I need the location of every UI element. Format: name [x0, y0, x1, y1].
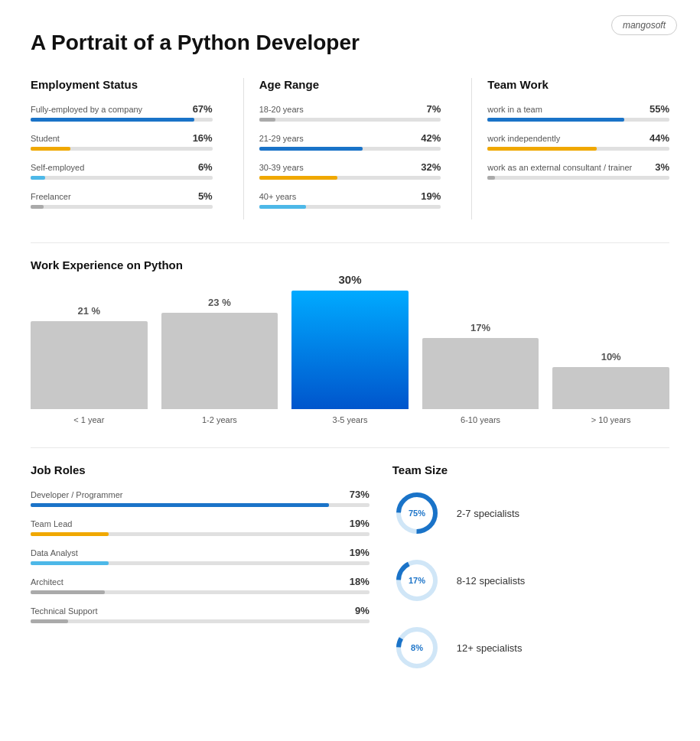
bar-track: [259, 205, 441, 209]
bar-label: 30-39 years: [259, 163, 304, 172]
bar-col-label: 6-10 years: [461, 415, 500, 424]
bar-fill: [31, 503, 329, 507]
bar-item: Student 16%: [31, 132, 213, 151]
age-range-section: Age Range 18-20 years 7% 21-29 years 42%…: [259, 78, 457, 219]
work-experience-chart: 21 %< 1 year23 %1-2 years30%3-5 years17%…: [31, 287, 669, 424]
bar-fill: [31, 532, 109, 536]
bar-col-pct: 30%: [338, 273, 361, 286]
bar-label: Technical Support: [31, 606, 97, 616]
job-roles-section: Job Roles Developer / Programmer 73% Tea…: [31, 463, 392, 691]
bar-pct: 32%: [418, 161, 441, 173]
donut-row: 75%2-7 specialists: [392, 489, 669, 538]
bar-item: Developer / Programmer 73%: [31, 489, 370, 507]
divider-1: [243, 78, 244, 219]
bar-fill: [31, 619, 68, 623]
bar-col-label: < 1 year: [73, 415, 104, 424]
bar-fill: [31, 118, 194, 122]
bar-pct: 3%: [646, 161, 669, 173]
bar-label: 40+ years: [259, 192, 297, 201]
bottom-row: Job Roles Developer / Programmer 73% Tea…: [31, 463, 669, 691]
teamwork-bars: work in a team 55% work independently 44…: [487, 103, 669, 180]
age-range-title: Age Range: [259, 78, 441, 91]
bar-col-label: 1-2 years: [202, 415, 237, 424]
bar-col-pct: 21 %: [77, 305, 100, 317]
bar-track: [31, 532, 370, 536]
bar-fill: [259, 118, 275, 122]
bar-pct: 19%: [347, 518, 370, 529]
bar-rect: [422, 338, 539, 409]
divider-2: [471, 78, 472, 219]
bar-pct: 7%: [418, 103, 441, 115]
work-exp-bar-col: 10%> 10 years: [552, 351, 669, 424]
bar-item: 30-39 years 32%: [259, 161, 441, 180]
bar-item: Technical Support 9%: [31, 605, 370, 623]
bar-label: 21-29 years: [259, 134, 304, 143]
employment-bars: Fully-employed by a company 67% Student …: [31, 103, 213, 209]
donut-chart: 17%: [392, 556, 441, 605]
svg-text:17%: 17%: [409, 576, 425, 585]
bar-track: [259, 147, 441, 151]
bar-pct: 16%: [190, 132, 213, 144]
bar-pct: 55%: [646, 103, 669, 115]
bar-fill: [31, 176, 45, 180]
bar-label: work independently: [487, 134, 560, 143]
work-experience-section: Work Experience on Python 21 %< 1 year23…: [31, 258, 669, 424]
bar-track: [31, 561, 370, 565]
svg-text:75%: 75%: [409, 509, 425, 518]
separator-1: [31, 242, 669, 243]
bar-label: Self-employed: [31, 163, 84, 172]
bar-item: 21-29 years 42%: [259, 132, 441, 151]
donut-label: 2-7 specialists: [457, 508, 519, 519]
bar-col-pct: 17%: [470, 322, 490, 333]
bar-col-label: > 10 years: [591, 415, 631, 424]
bar-track: [487, 118, 669, 122]
bar-track: [31, 503, 370, 507]
bar-track: [259, 176, 441, 180]
bar-label: Team Lead: [31, 519, 72, 528]
work-exp-bar-col: 23 %1-2 years: [161, 297, 278, 424]
bar-pct: 42%: [418, 132, 441, 144]
donut-row: 17%8-12 specialists: [392, 556, 669, 605]
work-exp-bar-col: 21 %< 1 year: [31, 305, 148, 424]
bar-rect: [161, 313, 278, 409]
donut-label: 12+ specialists: [457, 642, 523, 654]
bar-label: Data Analyst: [31, 548, 78, 557]
bar-label: Fully-employed by a company: [31, 105, 142, 114]
bar-pct: 67%: [190, 103, 213, 115]
bar-fill: [31, 561, 109, 565]
bar-pct: 6%: [190, 161, 213, 173]
work-exp-bar-col: 30%3-5 years: [291, 273, 409, 424]
bar-label: Architect: [31, 577, 63, 587]
bar-label: Freelancer: [31, 192, 71, 201]
bar-track: [31, 205, 213, 209]
bar-item: Architect 18%: [31, 576, 370, 594]
top-stats-row: Employment Status Fully-employed by a co…: [31, 78, 669, 219]
team-size-section: Team Size 75%2-7 specialists17%8-12 spec…: [392, 463, 669, 691]
bar-pct: 73%: [347, 489, 370, 500]
bar-item: Team Lead 19%: [31, 518, 370, 536]
bar-pct: 19%: [418, 190, 441, 202]
bar-fill: [31, 205, 44, 209]
bar-label: work as an external consultant / trainer: [487, 163, 632, 172]
bar-item: Fully-employed by a company 67%: [31, 103, 213, 122]
bar-item: work independently 44%: [487, 132, 669, 151]
donut-label: 8-12 specialists: [457, 575, 526, 587]
team-size-title: Team Size: [392, 463, 669, 476]
team-work-section: Team Work work in a team 55% work indepe…: [487, 78, 669, 219]
separator-2: [31, 447, 669, 448]
bar-fill: [259, 147, 363, 151]
bar-item: work as an external consultant / trainer…: [487, 161, 669, 180]
bar-item: Freelancer 5%: [31, 190, 213, 209]
bar-pct: 44%: [646, 132, 669, 144]
team-work-title: Team Work: [487, 78, 669, 91]
work-experience-title: Work Experience on Python: [31, 258, 669, 271]
work-exp-bar-col: 17%6-10 years: [422, 322, 539, 424]
bar-track: [31, 176, 213, 180]
bar-pct: 9%: [347, 605, 370, 616]
bar-track: [487, 147, 669, 151]
bar-fill: [487, 147, 597, 151]
bar-fill: [31, 147, 70, 151]
team-size-donuts: 75%2-7 specialists17%8-12 specialists8%1…: [392, 489, 669, 672]
bar-rect: [552, 367, 669, 409]
donut-chart: 75%: [392, 489, 441, 538]
